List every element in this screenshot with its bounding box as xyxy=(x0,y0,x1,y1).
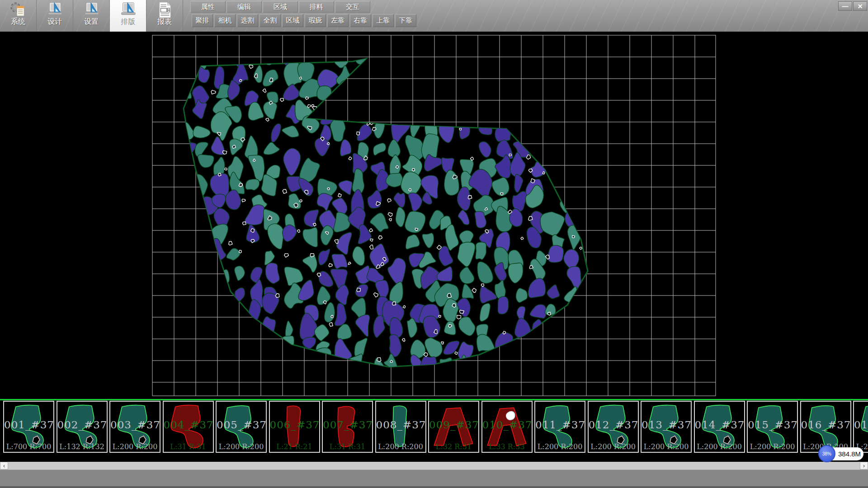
action-button-瑕疵[interactable]: 瑕疵 xyxy=(305,14,326,27)
piece-name: 017_#37 xyxy=(854,419,868,431)
piece-count-label: L:200 R:200 xyxy=(642,442,691,451)
menu-tab-排料[interactable]: 排料 xyxy=(299,1,334,13)
piece-thumbnail-001_#37[interactable]: 001_#37L:700 R:700 xyxy=(3,401,54,453)
menu-tab-区域[interactable]: 区域 xyxy=(263,1,298,13)
piece-count-label: L:200 R:200 xyxy=(376,442,425,451)
action-button-区域[interactable]: 区域 xyxy=(282,14,303,27)
horizontal-scrollbar[interactable]: ‹ › xyxy=(0,462,868,469)
nest-layout-drawing[interactable] xyxy=(0,32,868,399)
app-button-label: 报表 xyxy=(157,17,172,27)
piece-count-label: L:200 R:200 xyxy=(535,442,585,451)
piece-count-label: L:21 R:21 xyxy=(270,442,319,451)
progress-percent: 38% xyxy=(822,451,831,456)
app-button-设计[interactable]: 设计 xyxy=(37,0,73,32)
strip-divider xyxy=(0,399,868,400)
piece-thumbnail-017_#37[interactable]: 017_#37L:200 R:200 xyxy=(853,401,868,453)
action-button-相机[interactable]: 相机 xyxy=(214,14,236,27)
pieces-strip: 001_#37L:700 R:700002_#37L:132 R:132003_… xyxy=(0,399,868,462)
close-button[interactable]: ✕ xyxy=(853,1,867,11)
app-button-报表[interactable]: 报表 xyxy=(146,0,183,32)
status-bar xyxy=(0,469,868,488)
action-button-选割[interactable]: 选割 xyxy=(237,14,258,27)
piece-count-label: L:31 R:31 xyxy=(164,442,213,451)
piece-name: 011_#37 xyxy=(535,419,585,431)
piece-count-label: L:32 R:31 xyxy=(429,442,478,451)
piece-name: 009_#37 xyxy=(429,419,478,431)
report-doc-icon xyxy=(156,1,173,17)
piece-name: 008_#37 xyxy=(376,419,425,431)
menu-tab-属性[interactable]: 属性 xyxy=(190,1,226,13)
memory-label: 384.8M xyxy=(838,450,861,458)
piece-thumbnail-013_#37[interactable]: 013_#37L:200 R:200 xyxy=(641,401,692,453)
window-controls: — ✕ xyxy=(838,1,867,11)
piece-count-label: L:200 R:200 xyxy=(748,442,797,451)
piece-thumbnail-012_#37[interactable]: 012_#37L:200 R:200 xyxy=(588,401,639,453)
app-button-label: 排版 xyxy=(121,17,135,27)
piece-thumbnail-014_#37[interactable]: 014_#37L:200 R:200 xyxy=(694,401,745,453)
piece-name: 001_#37 xyxy=(4,419,53,431)
piece-name: 014_#37 xyxy=(695,419,744,431)
piece-thumbnail-008_#37[interactable]: 008_#37L:200 R:200 xyxy=(375,401,426,453)
action-button-聚排[interactable]: 聚排 xyxy=(192,14,213,27)
scroll-right-button[interactable]: › xyxy=(860,462,868,469)
action-button-上靠[interactable]: 上靠 xyxy=(373,14,394,27)
nesting-canvas[interactable] xyxy=(0,32,868,399)
piece-thumbnail-005_#37[interactable]: 005_#37L:200 R:200 xyxy=(216,401,267,453)
action-button-左靠[interactable]: 左靠 xyxy=(327,14,349,27)
piece-count-label: L:200 R:200 xyxy=(695,442,744,451)
action-buttons: 聚排相机选割全割区域瑕疵左靠右靠上靠下靠 xyxy=(192,14,418,28)
piece-thumbnail-010_#37[interactable]: 010_#37L:33 R:33 xyxy=(481,401,533,453)
design-ruler-icon xyxy=(46,1,63,17)
piece-count-label: L:700 R:700 xyxy=(4,442,53,451)
app-button-label: 系统 xyxy=(11,17,25,27)
menu-tabs: 属性编辑区域排料交互 xyxy=(190,1,371,13)
piece-thumbnail-011_#37[interactable]: 011_#37L:200 R:200 xyxy=(534,401,585,453)
progress-circle: 38% xyxy=(818,445,835,462)
app-button-设置[interactable]: 设置 xyxy=(73,0,110,32)
piece-count-label: L:31 R:31 xyxy=(323,442,372,451)
piece-thumbnail-004_#37[interactable]: 004_#37L:31 R:31 xyxy=(163,401,214,453)
piece-name: 015_#37 xyxy=(748,419,797,431)
piece-thumbnail-006_#37[interactable]: 006_#37L:21 R:21 xyxy=(269,401,320,453)
app-button-label: 设置 xyxy=(84,17,99,27)
piece-name: 002_#37 xyxy=(57,419,107,431)
piece-name: 013_#37 xyxy=(642,419,691,431)
app-button-排版[interactable]: 排版 xyxy=(110,0,146,32)
piece-count-label: L:33 R:33 xyxy=(482,442,532,451)
gear-notes-icon xyxy=(9,1,27,17)
app-launcher-buttons: 系统设计设置排版报表 xyxy=(0,0,183,32)
piece-count-label: L:200 R:200 xyxy=(589,442,638,451)
piece-name: 003_#37 xyxy=(110,419,160,431)
piece-thumbnail-007_#37[interactable]: 007_#37L:31 R:31 xyxy=(322,401,373,453)
design-ruler-icon xyxy=(119,1,137,17)
piece-count-label: L:132 R:132 xyxy=(57,442,107,451)
action-button-右靠[interactable]: 右靠 xyxy=(350,14,371,27)
piece-thumbnail-003_#37[interactable]: 003_#37L:200 R:200 xyxy=(109,401,160,453)
piece-count-label: L:200 R:200 xyxy=(110,442,160,451)
design-ruler-icon xyxy=(83,1,100,17)
app-button-label: 设计 xyxy=(47,17,62,27)
piece-name: 006_#37 xyxy=(270,419,319,431)
scroll-left-button[interactable]: ‹ xyxy=(0,462,8,469)
menu-tab-交互[interactable]: 交互 xyxy=(335,1,370,13)
piece-name: 005_#37 xyxy=(217,419,266,431)
piece-thumbnail-009_#37[interactable]: 009_#37L:32 R:31 xyxy=(428,401,479,453)
piece-name: 016_#37 xyxy=(801,419,850,431)
menu-tab-编辑[interactable]: 编辑 xyxy=(226,1,262,13)
piece-count-label: L:200 R:200 xyxy=(217,442,266,451)
app-button-系统[interactable]: 系统 xyxy=(0,0,37,32)
toolbar: 系统设计设置排版报表 属性编辑区域排料交互 聚排相机选割全割区域瑕疵左靠右靠上靠… xyxy=(0,0,868,32)
application-window: 系统设计设置排版报表 属性编辑区域排料交互 聚排相机选割全割区域瑕疵左靠右靠上靠… xyxy=(0,0,868,488)
action-button-下靠[interactable]: 下靠 xyxy=(395,14,416,27)
piece-name: 012_#37 xyxy=(589,419,638,431)
piece-name: 007_#37 xyxy=(323,419,372,431)
action-button-全割[interactable]: 全割 xyxy=(259,14,281,27)
piece-thumbnail-002_#37[interactable]: 002_#37L:132 R:132 xyxy=(57,401,108,453)
piece-name: 010_#37 xyxy=(482,419,532,431)
minimize-button[interactable]: — xyxy=(838,1,852,11)
piece-thumbnail-015_#37[interactable]: 015_#37L:200 R:200 xyxy=(747,401,798,453)
piece-name: 004_#37 xyxy=(164,419,213,431)
